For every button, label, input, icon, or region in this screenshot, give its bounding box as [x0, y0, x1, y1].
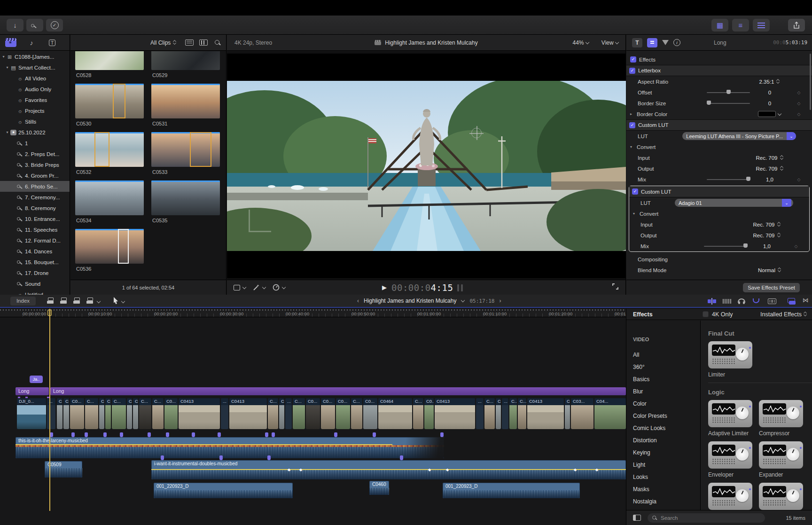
fullscreen-button[interactable] [612, 283, 619, 292]
chapter-marker[interactable]: Ja.. [30, 376, 43, 383]
border-color-control[interactable] [750, 111, 789, 117]
tab-photos-audio[interactable]: ♪ [25, 38, 38, 47]
sidebar-item[interactable]: ▾ ▤ Smart Collect... [0, 62, 70, 73]
inspector-scrollbar[interactable] [810, 54, 811, 110]
clip-thumbnail[interactable] [75, 51, 144, 70]
clip-marker[interactable] [218, 432, 221, 437]
play-button[interactable]: ▶ [382, 284, 387, 291]
custom-lut-1-checkbox[interactable]: ✓ [629, 122, 635, 128]
effect-tile[interactable]: Compressor [759, 400, 803, 437]
text-inspector-tab[interactable]: T [632, 38, 642, 47]
effects-category[interactable]: Blur [626, 385, 700, 398]
output-1-value[interactable]: Rec. 709 [750, 165, 789, 172]
timeline-video-clip[interactable]: C04... [594, 398, 626, 429]
timeline-video-clip[interactable]: C... [351, 398, 362, 429]
clip-thumbnail[interactable] [75, 84, 144, 118]
offset-value[interactable]: 0 [750, 90, 789, 95]
aspect-ratio-value[interactable]: 2.35:1 [750, 78, 789, 85]
timeline-video-clip[interactable]: C0... [306, 398, 320, 429]
clip-thumbnail[interactable] [75, 132, 144, 167]
video-inspector-tab[interactable] [647, 38, 657, 47]
sidebar-item[interactable]: 17. Drone [0, 267, 70, 278]
transitions-browser-icon[interactable]: ⋈ [803, 297, 811, 303]
timeline[interactable]: 00:00:00:0000:00:10:0000:00:20:0000:00:3… [0, 309, 626, 525]
sidebar-item[interactable]: 12. Formal D... [0, 235, 70, 246]
timeline-ruler[interactable]: 00:00:00:0000:00:10:0000:00:20:0000:00:3… [0, 309, 626, 317]
timeline-video-clip[interactable]: C0413 [179, 398, 220, 429]
timeline-video-clip[interactable]: C [496, 398, 501, 429]
timeline-video-clip[interactable]: C [565, 398, 570, 429]
timeline-video-clip[interactable]: C... [413, 398, 423, 429]
tab-titles-generators[interactable]: T [46, 38, 58, 47]
sidebar-item[interactable]: Sound [0, 278, 70, 289]
timeline-video-clip[interactable]: C... [152, 398, 164, 429]
installed-effects-popup[interactable]: Installed Effects [760, 311, 807, 318]
sidebar-item[interactable]: 8. Ceremony [0, 203, 70, 213]
keyframe-diamond-icon[interactable]: ◇ [787, 244, 805, 249]
edit-options-chevron-icon[interactable] [97, 300, 101, 304]
clip-marker[interactable] [103, 432, 107, 437]
keyword-editor-button[interactable] [26, 19, 43, 31]
timeline-project-title[interactable]: Highlight James and Kristen Mulcahy [364, 298, 456, 304]
keyframe-diamond-icon[interactable]: ◇ [789, 101, 808, 106]
timeline-video-clip[interactable]: C... [268, 398, 278, 429]
audio-clip-c0509[interactable]: C0509 [45, 461, 82, 478]
music-clip-i-want-it[interactable]: i-want-it-instrumental-doubles-musicbed [151, 460, 626, 479]
sidebar-item[interactable]: ☼ Untitled [0, 289, 70, 295]
tab-libraries[interactable] [5, 38, 17, 47]
browser-clip[interactable]: C0528 [75, 51, 144, 78]
offset-slider[interactable] [707, 87, 750, 98]
clip-marker[interactable] [50, 432, 53, 437]
timeline-video-clip[interactable]: C0... [321, 398, 335, 429]
timeline-video-clip[interactable]: C... [85, 398, 98, 429]
browser-clip[interactable]: C0529 [151, 51, 220, 78]
info-inspector-tab[interactable]: i [673, 39, 680, 46]
sidebar-item[interactable]: 14. Dances [0, 246, 70, 257]
timeline-video-clip[interactable]: C... [518, 398, 526, 429]
clip-thumbnail[interactable] [151, 132, 220, 167]
timeline-video-clip[interactable]: C0... [363, 398, 377, 429]
save-effects-preset-button[interactable]: Save Effects Preset [743, 283, 800, 292]
disclosure-triangle[interactable]: ▾ [1, 55, 6, 59]
sidebar-item[interactable]: ☼ Stills [0, 116, 70, 127]
timeline-video-clip[interactable]: C [127, 398, 132, 429]
disclosure-triangle[interactable]: ▸ [630, 112, 637, 116]
volume-keyframe[interactable]: ◆ [288, 468, 290, 472]
clip-marker[interactable] [373, 432, 376, 437]
sidebar-item[interactable]: ☼ Audio Only [0, 84, 70, 94]
timeline-video-clip[interactable]: C [57, 398, 62, 429]
timeline-video-clip[interactable]: C0413 [435, 398, 475, 429]
border-size-slider[interactable] [707, 98, 750, 109]
inspector-toggle-button[interactable] [753, 19, 770, 31]
browser-clip[interactable]: C0530 [75, 84, 144, 126]
clip-appearance-icon[interactable] [768, 298, 776, 304]
mix-1-slider[interactable] [707, 174, 750, 185]
timeline-video-clip[interactable]: C [133, 398, 138, 429]
music-clip-larceny[interactable]: this-is-it-oh-the-larceny-musicbed [16, 437, 444, 458]
keyframe-diamond-icon[interactable]: ◇ [789, 112, 808, 117]
clip-marker[interactable] [166, 432, 169, 437]
volume-keyframe[interactable]: ◆ [595, 468, 598, 472]
sidebar-item[interactable]: 2. Preps Det... [0, 149, 70, 159]
checkbox-unchecked[interactable] [703, 311, 709, 317]
view-popup[interactable]: View [601, 39, 619, 46]
timeline-video-clip[interactable]: C0464 [378, 398, 412, 429]
timeline-video-clip[interactable]: DJI_0... [17, 398, 46, 429]
sidebar-item[interactable]: ▾ ★ 25.10.2022 [0, 127, 70, 138]
audio-meters-mini[interactable] [457, 284, 463, 291]
timeline-video-clip[interactable]: C... [509, 398, 517, 429]
volume-line[interactable] [151, 469, 626, 470]
custom-lut-2-selected-group[interactable]: ✓ Custom LUT LUT Adagio 01⌄ ▾ Convert In… [629, 186, 810, 252]
timeline-video-clip[interactable]: C0413 [527, 398, 564, 429]
chevron-down-icon[interactable] [461, 299, 465, 303]
crosshair-overlay-icon[interactable] [471, 128, 482, 138]
clip-marker[interactable] [148, 432, 151, 437]
effects-category[interactable]: Basics [626, 373, 700, 385]
volume-keyframe[interactable]: ◆ [574, 468, 577, 472]
clip-marker[interactable] [120, 432, 123, 437]
timeline-toggle-button[interactable]: ≡ [732, 19, 749, 31]
letterbox-section-header[interactable]: ✓ Letterbox [626, 65, 812, 76]
custom-lut-2-section-header[interactable]: ✓ Custom LUT [629, 186, 809, 197]
sidebar-item[interactable]: 15. Bouquet... [0, 257, 70, 267]
clip-marker[interactable] [219, 455, 223, 460]
